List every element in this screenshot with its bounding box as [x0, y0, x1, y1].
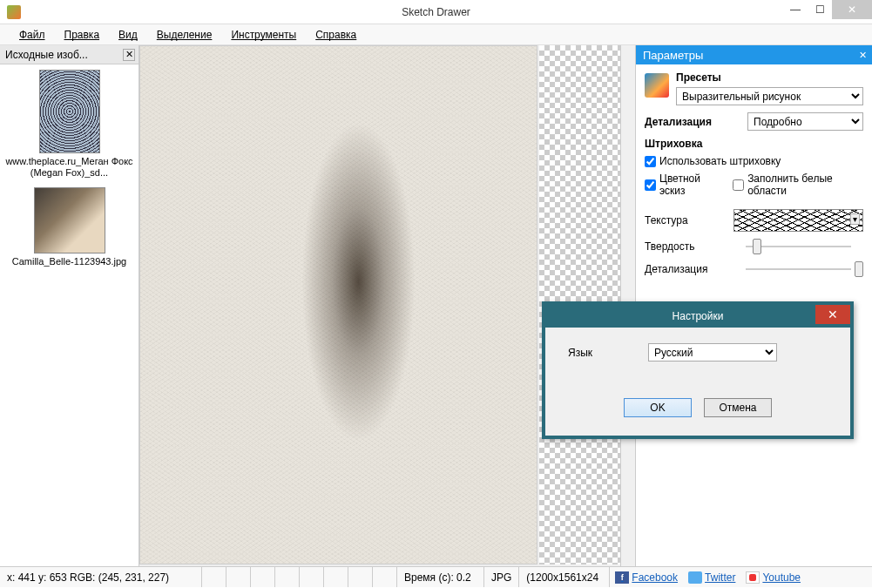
menubar: Файл Правка Вид Выделение Инструменты Сп…	[0, 24, 872, 45]
panel-header: Параметры ✕	[636, 45, 872, 64]
texture-select[interactable]	[733, 209, 863, 232]
window-close-button[interactable]: ✕	[832, 0, 872, 19]
maximize-button[interactable]: ☐	[808, 0, 832, 19]
window-title: Sketch Drawer	[402, 6, 470, 18]
detail-label: Детализация	[645, 116, 740, 128]
presets-label: Пресеты	[676, 71, 863, 84]
cancel-button[interactable]: Отмена	[704, 398, 772, 417]
color-sketch-checkbox[interactable]	[645, 179, 656, 191]
menu-file[interactable]: Файл	[10, 26, 54, 44]
youtube-link[interactable]: Youtube	[740, 571, 806, 584]
settings-dialog: Настройки ✕ Язык Русский OK Отмена	[542, 301, 854, 439]
language-label: Язык	[568, 347, 638, 359]
menu-tools[interactable]: Инструменты	[222, 26, 305, 44]
thumbnail-item[interactable]: www.theplace.ru_Меган Фокс (Megan Fox)_s…	[5, 70, 133, 179]
menu-view[interactable]: Вид	[110, 26, 146, 44]
thumbnail-item[interactable]: Camilla_Belle-1123943.jpg	[5, 187, 133, 267]
statusbar: x: 441 y: 653 RGB: (245, 231, 227) Время…	[0, 566, 872, 587]
hardness-slider[interactable]	[746, 239, 863, 254]
sidebar-title: Исходные изоб...	[5, 49, 88, 61]
preset-select[interactable]: Выразительный рисунок	[676, 87, 863, 105]
detail-select[interactable]: Подробно	[747, 112, 863, 131]
panel-close-icon[interactable]: ✕	[856, 49, 869, 61]
menu-select[interactable]: Выделение	[148, 26, 221, 44]
status-format: JPG	[484, 567, 519, 587]
dialog-titlebar[interactable]: Настройки ✕	[545, 305, 850, 328]
thumbnail-image	[39, 70, 100, 153]
twitter-icon	[688, 571, 702, 584]
sidebar-close-icon[interactable]: ✕	[123, 49, 135, 61]
titlebar: Sketch Drawer — ☐ ✕	[0, 0, 872, 24]
fill-white-checkbox[interactable]	[733, 179, 744, 191]
app-icon	[7, 5, 21, 19]
use-hatch-checkbox[interactable]	[645, 156, 656, 167]
source-images-sidebar: Исходные изоб... ✕ www.theplace.ru_Меган…	[0, 45, 139, 566]
youtube-icon	[746, 571, 760, 584]
detailization-label: Детализация	[645, 263, 740, 275]
facebook-link[interactable]: fFacebook	[610, 571, 683, 584]
thumbnail-label: www.theplace.ru_Меган Фокс (Megan Fox)_s…	[5, 156, 133, 179]
minimize-button[interactable]: —	[783, 0, 808, 19]
dialog-close-button[interactable]: ✕	[815, 305, 850, 324]
status-time: Время (с): 0.2	[397, 567, 484, 587]
facebook-icon: f	[615, 571, 629, 584]
ok-button[interactable]: OK	[624, 398, 692, 417]
status-dimensions: (1200x1561x24	[519, 567, 610, 587]
status-coords: x: 441 y: 653 RGB: (245, 231, 227)	[0, 567, 202, 587]
texture-label: Текстура	[645, 214, 725, 226]
presets-icon	[645, 73, 669, 98]
color-sketch-label: Цветной эскиз	[659, 172, 722, 197]
twitter-link[interactable]: Twitter	[683, 571, 740, 584]
sidebar-header: Исходные изоб... ✕	[0, 45, 139, 64]
thumbnail-label: Camilla_Belle-1123943.jpg	[5, 256, 133, 267]
detailization-slider[interactable]	[746, 261, 863, 277]
dialog-title: Настройки	[673, 310, 724, 322]
menu-edit[interactable]: Правка	[56, 26, 109, 44]
thumbnail-image	[34, 187, 105, 253]
language-select[interactable]: Русский	[648, 343, 777, 362]
use-hatch-label: Использовать штриховку	[659, 155, 781, 167]
hatch-section-label: Штриховка	[645, 138, 863, 150]
panel-title: Параметры	[643, 49, 703, 62]
fill-white-label: Заполнить белые области	[747, 172, 863, 197]
hardness-label: Твердость	[645, 240, 740, 253]
canvas-image[interactable]	[139, 45, 537, 564]
menu-help[interactable]: Справка	[307, 26, 365, 44]
